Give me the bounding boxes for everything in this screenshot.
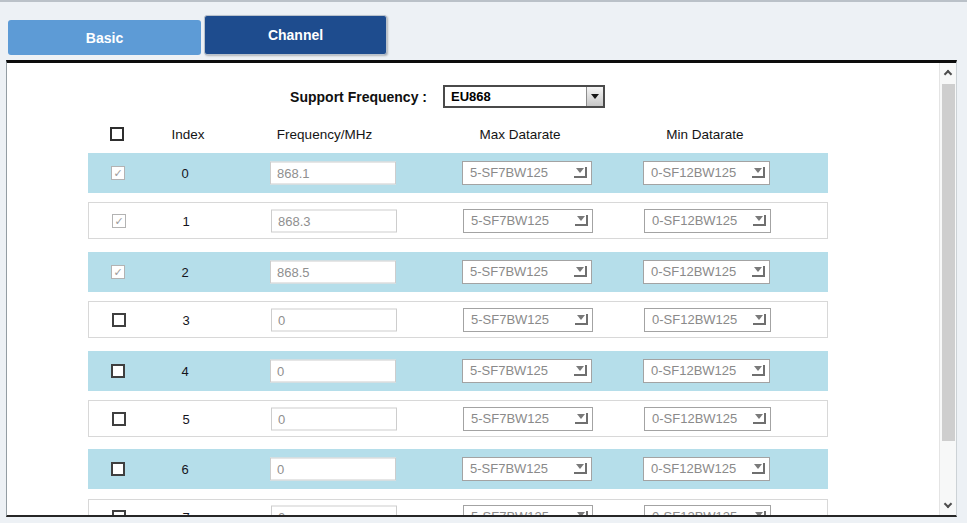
max-datarate-value: 5-SF7BW125 [470,461,548,476]
min-datarate-select[interactable]: 0-SF12BW125 [644,209,771,233]
max-datarate-value: 5-SF7BW125 [470,264,548,279]
chevron-down-icon [944,500,952,508]
row-checkbox[interactable]: ✓ [112,214,126,228]
tab-basic[interactable]: Basic [8,20,201,55]
min-datarate-select[interactable]: 0-SF12BW125 [644,407,771,431]
min-datarate-select[interactable]: 0-SF12BW125 [644,308,771,332]
chevron-down-icon [752,463,765,474]
min-datarate-select[interactable]: 0-SF12BW125 [643,260,770,284]
chevron-down-icon [753,215,766,226]
row-index: 7 [154,510,218,517]
chevron-down-icon [574,463,587,474]
row-checkbox[interactable] [112,412,126,426]
row-index: 0 [153,166,217,181]
row-checkbox[interactable] [112,510,126,517]
row-index: 4 [153,363,217,378]
column-header-min-datarate: Min Datarate [635,127,775,142]
frequency-input[interactable] [271,209,397,232]
window-top-edge [0,0,967,2]
min-datarate-value: 0-SF12BW125 [652,411,737,426]
min-datarate-value: 0-SF12BW125 [651,363,736,378]
min-datarate-select[interactable]: 0-SF12BW125 [644,505,771,517]
chevron-down-icon [575,511,588,517]
channel-settings-panel: Support Frequency : EU868 Index Frequenc… [6,60,957,517]
min-datarate-select[interactable]: 0-SF12BW125 [643,359,770,383]
support-frequency-label: Support Frequency : [157,89,427,106]
select-all-checkbox[interactable] [110,127,124,141]
min-datarate-select[interactable]: 0-SF12BW125 [643,457,770,481]
max-datarate-select[interactable]: 5-SF7BW125 [463,407,593,431]
frequency-input[interactable] [270,359,396,382]
max-datarate-value: 5-SF7BW125 [471,509,549,517]
chevron-down-icon [753,511,766,517]
row-index: 2 [153,264,217,279]
min-datarate-value: 0-SF12BW125 [651,264,736,279]
scroll-up-button[interactable] [940,64,956,81]
chevron-down-icon [752,266,765,277]
max-datarate-value: 5-SF7BW125 [471,411,549,426]
frequency-input[interactable] [270,260,396,283]
support-frequency-value: EU868 [451,89,491,104]
max-datarate-select[interactable]: 5-SF7BW125 [463,505,593,517]
frequency-input[interactable] [271,308,397,331]
max-datarate-value: 5-SF7BW125 [471,312,549,327]
min-datarate-value: 0-SF12BW125 [652,509,737,517]
min-datarate-value: 0-SF12BW125 [651,461,736,476]
channel-row: 7 5-SF7BW125 0-SF12BW125 [88,499,828,517]
row-checkbox[interactable]: ✓ [111,265,125,279]
frequency-input[interactable] [270,458,396,481]
max-datarate-select[interactable]: 5-SF7BW125 [462,260,592,284]
min-datarate-select[interactable]: 0-SF12BW125 [643,161,770,185]
max-datarate-select[interactable]: 5-SF7BW125 [462,457,592,481]
column-header-frequency: Frequency/MHz [257,127,392,142]
column-header-index: Index [148,127,228,142]
chevron-down-icon [753,314,766,325]
scroll-down-button[interactable] [940,497,956,514]
max-datarate-select[interactable]: 5-SF7BW125 [462,161,592,185]
channel-row: 3 5-SF7BW125 0-SF12BW125 [88,301,828,338]
row-checkbox[interactable] [112,313,126,327]
tab-channel[interactable]: Channel [204,15,387,55]
frequency-input[interactable] [271,506,397,517]
vertical-scrollbar[interactable] [939,63,956,515]
chevron-down-icon [752,365,765,376]
chevron-up-icon [944,70,952,78]
min-datarate-value: 0-SF12BW125 [652,312,737,327]
max-datarate-select[interactable]: 5-SF7BW125 [463,209,593,233]
tab-basic-label: Basic [86,30,123,46]
scrollbar-thumb[interactable] [942,84,955,441]
chevron-down-icon [752,167,765,178]
channel-rows: ✓ 0 5-SF7BW125 0-SF12BW125 ✓ 1 5-SF7BW12… [88,153,828,517]
channel-row: 6 5-SF7BW125 0-SF12BW125 [88,449,828,489]
channel-row: ✓ 0 5-SF7BW125 0-SF12BW125 [88,153,828,193]
chevron-down-icon [574,167,587,178]
row-index: 5 [154,411,218,426]
row-checkbox[interactable] [111,462,125,476]
row-checkbox[interactable]: ✓ [111,166,125,180]
max-datarate-select[interactable]: 5-SF7BW125 [463,308,593,332]
row-index: 3 [154,312,218,327]
min-datarate-value: 0-SF12BW125 [651,165,736,180]
chevron-down-icon [574,365,587,376]
tab-channel-label: Channel [268,27,323,43]
max-datarate-value: 5-SF7BW125 [470,165,548,180]
chevron-down-icon [575,413,588,424]
max-datarate-select[interactable]: 5-SF7BW125 [462,359,592,383]
max-datarate-value: 5-SF7BW125 [471,213,549,228]
chevron-down-icon [575,215,588,226]
chevron-down-icon [574,266,587,277]
chevron-down-icon [753,413,766,424]
frequency-input[interactable] [270,162,396,185]
frequency-input[interactable] [271,407,397,430]
chevron-down-icon [591,94,599,99]
channel-row: 5 5-SF7BW125 0-SF12BW125 [88,400,828,437]
max-datarate-value: 5-SF7BW125 [470,363,548,378]
support-frequency-dropdown-button[interactable] [586,87,603,106]
min-datarate-value: 0-SF12BW125 [652,213,737,228]
column-header-max-datarate: Max Datarate [450,127,590,142]
row-index: 6 [153,462,217,477]
row-checkbox[interactable] [111,364,125,378]
chevron-down-icon [575,314,588,325]
support-frequency-select[interactable]: EU868 [443,85,605,108]
row-index: 1 [154,213,218,228]
